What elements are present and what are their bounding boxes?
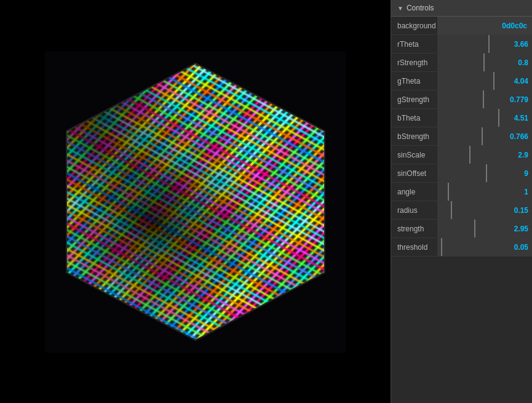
control-value-sinOffset: 9 <box>524 169 528 178</box>
control-value-bStrength: 0.766 <box>510 132 528 141</box>
control-value-gStrength: 0.779 <box>510 95 528 104</box>
control-label-radius: radius <box>391 206 437 215</box>
control-label-bStrength: bStrength <box>391 132 437 141</box>
control-value-threshold: 0.05 <box>514 243 528 252</box>
control-slider-threshold[interactable]: 0.05 <box>437 238 532 256</box>
control-row-radius[interactable]: radius0.15 <box>391 201 532 220</box>
control-label-background: background <box>391 22 437 30</box>
control-value-strength: 2.95 <box>514 225 528 233</box>
control-label-threshold: threshold <box>391 243 437 252</box>
control-slider-strength[interactable]: 2.95 <box>437 220 532 237</box>
hex-container: /* Will be rendered via canvas below */ <box>45 51 346 353</box>
control-row-bTheta[interactable]: bTheta4.51 <box>391 109 532 127</box>
control-label-sinScale: sinScale <box>391 151 437 159</box>
control-slider-rStrength[interactable]: 0.8 <box>437 54 532 71</box>
controls-list: background0d0c0crTheta3.66rStrength0.8gT… <box>391 17 532 257</box>
control-value-gTheta: 4.04 <box>514 77 528 86</box>
control-label-angle: angle <box>391 188 437 196</box>
control-label-gStrength: gStrength <box>391 95 437 104</box>
control-label-strength: strength <box>391 225 437 233</box>
control-label-bTheta: bTheta <box>391 114 437 122</box>
control-row-gStrength[interactable]: gStrength0.779 <box>391 90 532 109</box>
controls-title: Controls <box>407 4 434 12</box>
control-label-gTheta: gTheta <box>391 77 437 86</box>
controls-header: ▼ Controls <box>391 0 532 17</box>
control-row-threshold[interactable]: threshold0.05 <box>391 238 532 257</box>
control-value-bTheta: 4.51 <box>514 114 528 122</box>
control-slider-bTheta[interactable]: 4.51 <box>437 109 532 127</box>
control-slider-gStrength[interactable]: 0.779 <box>437 90 532 108</box>
control-slider-bStrength[interactable]: 0.766 <box>437 127 532 145</box>
control-row-rStrength[interactable]: rStrength0.8 <box>391 54 532 72</box>
controls-panel: ▼ Controls background0d0c0crTheta3.66rSt… <box>391 0 532 403</box>
control-slider-angle[interactable]: 1 <box>437 183 532 201</box>
control-row-background[interactable]: background0d0c0c <box>391 17 532 35</box>
control-row-bStrength[interactable]: bStrength0.766 <box>391 127 532 146</box>
control-value-angle: 1 <box>524 188 528 196</box>
control-row-sinScale[interactable]: sinScale2.9 <box>391 146 532 164</box>
control-slider-sinScale[interactable]: 2.9 <box>437 146 532 164</box>
control-value-sinScale: 2.9 <box>518 151 528 159</box>
control-value-rStrength: 0.8 <box>518 58 528 67</box>
control-row-sinOffset[interactable]: sinOffset9 <box>391 164 532 183</box>
control-row-rTheta[interactable]: rTheta3.66 <box>391 35 532 54</box>
control-slider-sinOffset[interactable]: 9 <box>437 164 532 182</box>
control-row-strength[interactable]: strength2.95 <box>391 220 532 238</box>
control-slider-radius[interactable]: 0.15 <box>437 201 532 219</box>
control-label-rTheta: rTheta <box>391 40 437 49</box>
control-slider-rTheta[interactable]: 3.66 <box>437 35 532 53</box>
control-slider-gTheta[interactable]: 4.04 <box>437 72 532 90</box>
control-row-angle[interactable]: angle1 <box>391 183 532 201</box>
chevron-down-icon: ▼ <box>397 5 403 12</box>
control-label-sinOffset: sinOffset <box>391 169 437 178</box>
control-label-rStrength: rStrength <box>391 58 437 67</box>
control-slider-background[interactable]: 0d0c0c <box>437 17 532 34</box>
canvas-area: /* Will be rendered via canvas below */ <box>0 0 391 403</box>
control-row-gTheta[interactable]: gTheta4.04 <box>391 72 532 90</box>
control-value-background: 0d0c0c <box>437 17 532 34</box>
control-value-rTheta: 3.66 <box>514 40 528 49</box>
stripe-canvas <box>45 51 346 353</box>
control-value-radius: 0.15 <box>514 206 528 215</box>
